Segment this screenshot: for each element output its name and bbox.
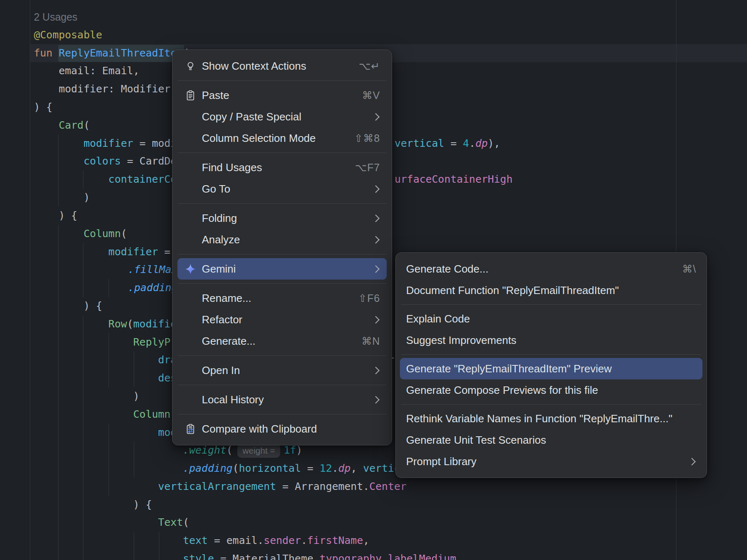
menu-item-label: Generate Code...: [406, 263, 677, 275]
menu-item-label: Generate...: [202, 335, 356, 348]
menu-separator: [178, 355, 386, 356]
chevron-right-icon: [372, 316, 379, 323]
menu-item-generate-code[interactable]: Generate Code...⌘\: [400, 258, 702, 280]
code-token: ): [296, 444, 303, 456]
menu-item-rethink-variable-names-in-function-replyemailthre[interactable]: Rethink Variable Names in Function "Repl…: [400, 408, 702, 429]
code-token: Column: [133, 408, 170, 420]
code-token: style: [183, 553, 214, 560]
code-token: colors: [83, 155, 121, 167]
code-token: fun: [34, 47, 59, 59]
code-token: (: [83, 119, 90, 131]
code-token: ) {: [83, 300, 102, 312]
menu-item-document-function-replyemailthreaditem[interactable]: Document Function "ReplyEmailThreadItem": [400, 280, 702, 301]
menu-separator: [178, 283, 386, 284]
code-token: .: [469, 137, 475, 149]
menu-item-go-to[interactable]: Go To: [177, 178, 387, 200]
menu-item-refactor[interactable]: Refactor: [177, 309, 387, 330]
menu-separator: [178, 414, 386, 414]
menu-item-label: Paste: [202, 89, 357, 102]
code-token: ,: [363, 534, 369, 546]
icon-spacer: [184, 161, 196, 174]
code-token: ) {: [59, 209, 77, 221]
code-token: sender: [264, 534, 301, 546]
code-token: typography: [319, 553, 382, 560]
code-line[interactable]: verticalArrangement = Arrangement.Center: [0, 478, 747, 496]
menu-item-compare-with-clipboard[interactable]: Compare with Clipboard: [177, 418, 387, 440]
code-token: =: [444, 137, 463, 149]
menu-item-analyze[interactable]: Analyze: [177, 229, 387, 250]
code-token: text: [183, 534, 208, 546]
menu-item-gemini[interactable]: Gemini: [177, 258, 387, 280]
menu-item-rename[interactable]: Rename...⇧F6: [177, 287, 387, 309]
code-token: 4: [463, 137, 469, 149]
chevron-right-icon: [688, 458, 695, 465]
code-token: = MaterialTheme.: [214, 553, 319, 560]
code-line[interactable]: ) {: [0, 496, 747, 514]
code-token: @Composable: [34, 29, 102, 41]
code-token: ),: [488, 137, 500, 149]
chevron-right-icon: [372, 236, 379, 243]
menu-item-label: Column Selection Mode: [202, 132, 349, 145]
code-token: labelMedium: [388, 553, 456, 560]
code-token: .: [332, 462, 338, 474]
shortcut-label: ⌘V: [362, 89, 380, 101]
menu-item-label: Show Context Actions: [202, 60, 353, 73]
menu-item-folding[interactable]: Folding: [177, 207, 387, 229]
code-token: Text: [158, 516, 183, 528]
parameter-inlay-hint: weight =: [237, 444, 281, 458]
menu-item-explain-code[interactable]: Explain Code: [400, 308, 702, 329]
menu-item-label: Compare with Clipboard: [202, 423, 375, 435]
code-token: urfaceContainerHigh: [395, 173, 513, 185]
menu-item-label: Generate "ReplyEmailThreadItem" Preview: [406, 362, 691, 375]
code-token: = email.: [208, 534, 263, 546]
code-token: = Arrangement.: [276, 480, 369, 492]
code-token: firstName: [307, 534, 363, 546]
code-line[interactable]: style = MaterialTheme.typography.labelMe…: [0, 550, 747, 560]
icon-spacer: [184, 212, 196, 224]
menu-item-copy-paste-special[interactable]: Copy / Paste Special: [177, 106, 387, 127]
menu-item-label: Find Usages: [202, 161, 350, 174]
code-token: modifier: [83, 137, 133, 149]
code-token: .padding: [183, 462, 232, 474]
menu-separator: [178, 153, 386, 153]
menu-item-suggest-improvements[interactable]: Suggest Improvements: [400, 329, 702, 351]
icon-spacer: [184, 132, 196, 144]
code-token: ): [133, 390, 139, 402]
menu-item-label: Rename...: [202, 292, 353, 305]
code-token: 2 Usages: [34, 11, 78, 23]
menu-item-find-usages[interactable]: Find Usages⌥F7: [177, 157, 387, 178]
menu-item-paste[interactable]: Paste⌘V: [177, 85, 387, 106]
code-line[interactable]: Text(: [0, 513, 747, 532]
editor-context-menu: Show Context Actions⌥↵Paste⌘VCopy / Past…: [172, 49, 392, 445]
menu-item-generate-compose-previews-for-this-file[interactable]: Generate Compose Previews for this file: [400, 379, 702, 401]
icon-spacer: [184, 335, 196, 347]
menu-item-prompt-library[interactable]: Prompt Library: [400, 451, 702, 472]
code-token: verticalArrangement: [158, 480, 276, 492]
menu-item-local-history[interactable]: Local History: [177, 389, 387, 410]
menu-item-generate-replyemailthreaditem-preview[interactable]: Generate "ReplyEmailThreadItem" Preview: [400, 358, 702, 379]
menu-item-column-selection-mode[interactable]: Column Selection Mode⇧⌘8: [177, 127, 387, 149]
menu-item-label: Document Function "ReplyEmailThreadItem": [406, 284, 691, 297]
code-line[interactable]: @Composable: [0, 26, 747, 44]
code-token: 12: [319, 462, 332, 474]
icon-spacer: [184, 111, 196, 123]
menu-item-label: Folding: [202, 212, 368, 225]
code-token: (: [127, 318, 133, 330]
chevron-right-icon: [372, 367, 379, 374]
code-line[interactable]: text = email.sender.firstName,: [0, 532, 747, 550]
menu-item-generate[interactable]: Generate...⌘N: [177, 330, 387, 352]
menu-item-label: Analyze: [202, 233, 368, 246]
menu-item-show-context-actions[interactable]: Show Context Actions⌥↵: [177, 55, 387, 77]
menu-item-label: Copy / Paste Special: [202, 111, 368, 123]
menu-item-label: Gemini: [202, 263, 368, 275]
code-line[interactable]: 2 Usages: [0, 8, 747, 26]
menu-item-label: Generate Compose Previews for this file: [406, 384, 691, 397]
menu-item-generate-unit-test-scenarios[interactable]: Generate Unit Test Scenarios: [400, 429, 702, 451]
menu-item-open-in[interactable]: Open In: [177, 360, 387, 381]
gemini-star-icon: [184, 263, 196, 275]
shortcut-label: ⌘N: [362, 335, 380, 347]
icon-spacer: [184, 393, 196, 406]
code-token: horizontal: [239, 462, 301, 474]
code-token: (: [227, 444, 233, 456]
menu-separator: [178, 80, 386, 81]
